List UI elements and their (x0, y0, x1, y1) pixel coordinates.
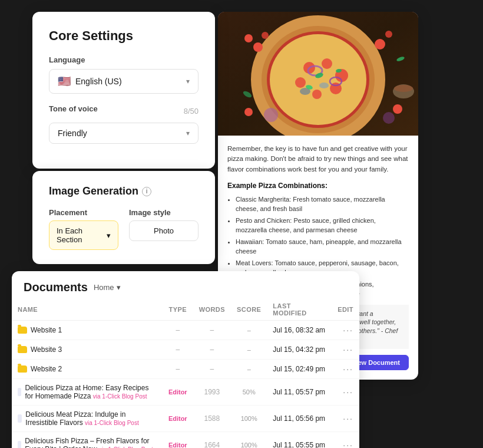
editor-badge: Editor (168, 388, 187, 396)
language-label: Language (49, 55, 199, 64)
doc-words-cell: 1664 (193, 432, 231, 449)
doc-words-cell: – (193, 360, 231, 379)
svg-point-21 (244, 34, 253, 42)
doc-name-text: Delicious Pizza at Home: Easy Recipes fo… (25, 384, 157, 400)
doc-last-modified-cell: Jul 11, 05:56 pm (267, 406, 332, 432)
doc-type-cell: – (163, 340, 193, 360)
core-settings-title: Core Settings (49, 28, 199, 44)
documents-title: Documents (24, 281, 88, 294)
col-type: TYPE (163, 299, 193, 321)
more-options-button[interactable]: ··· (343, 387, 353, 397)
doc-icon (18, 388, 21, 396)
image-style-value: Photo (129, 220, 199, 241)
doc-score-cell: 50% (231, 379, 267, 406)
table-row[interactable]: Delicious Pizza at Home: Easy Recipes fo… (12, 379, 359, 406)
doc-name-text: Delicious Fish Pizza – Fresh Flavors for… (25, 437, 157, 448)
folder-icon (18, 346, 27, 353)
placement-value: In Each Section (57, 226, 107, 244)
doc-words-cell: 1588 (193, 406, 231, 432)
documents-header: Documents Home ▾ (12, 271, 359, 294)
image-generation-card: Image Generation i Placement In Each Sec… (32, 171, 215, 264)
doc-name-cell: Website 2 (12, 360, 163, 379)
placement-field: Placement In Each Section ▾ (49, 208, 118, 250)
placement-select[interactable]: In Each Section ▾ (49, 220, 118, 250)
doc-type-cell: Editor (163, 379, 193, 406)
doc-name-cell: Website 3 (12, 340, 163, 360)
svg-point-19 (253, 42, 263, 52)
doc-score-cell: 100% (231, 406, 267, 432)
doc-words-cell: 1993 (193, 379, 231, 406)
file-name: Website 3 (31, 345, 62, 354)
doc-words-cell: – (193, 340, 231, 360)
doc-last-modified-cell: Jul 11, 05:57 pm (267, 379, 332, 406)
col-words: WORDS (193, 299, 231, 321)
doc-icon (18, 414, 22, 423)
editor-badge: Editor (168, 442, 187, 448)
placement-label: Placement (49, 208, 118, 217)
col-name: NAME (12, 299, 163, 321)
editor-badge: Editor (168, 415, 187, 422)
doc-last-modified-cell: Jul 15, 02:49 pm (267, 360, 332, 379)
tone-count: 8/50 (184, 107, 199, 116)
doc-score-cell: – (231, 340, 267, 360)
doc-type-cell: Editor (163, 406, 193, 432)
list-item: Hawaiian: Tomato sauce, ham, pineapple, … (236, 237, 409, 256)
svg-point-9 (295, 77, 306, 88)
placement-chevron: ▾ (107, 231, 111, 240)
more-options-button[interactable]: ··· (343, 364, 353, 374)
via-link[interactable]: via 1-Click Blog Post (85, 420, 139, 426)
folder-icon (18, 365, 27, 373)
svg-point-15 (319, 83, 329, 88)
doc-edit-cell[interactable]: ··· (332, 321, 359, 340)
breadcrumb-chevron: ▾ (117, 283, 121, 292)
doc-type-cell: – (163, 360, 193, 379)
pizza-examples-title: Example Pizza Combinations: (227, 180, 409, 191)
doc-type-cell: Editor (163, 432, 193, 449)
doc-edit-cell[interactable]: ··· (332, 340, 359, 360)
more-options-button[interactable]: ··· (343, 345, 353, 354)
table-row[interactable]: Website 1–––Jul 16, 08:32 am··· (12, 321, 359, 340)
svg-point-26 (264, 108, 278, 122)
tone-chevron: ▾ (186, 129, 190, 137)
table-row[interactable]: Website 2–––Jul 15, 02:49 pm··· (12, 360, 359, 379)
tone-label: Tone of voice (49, 104, 98, 113)
table-row[interactable]: Website 3–––Jul 15, 04:32 pm··· (12, 340, 359, 360)
language-value: English (US) (75, 77, 122, 86)
documents-breadcrumb[interactable]: Home ▾ (94, 283, 121, 292)
file-name: Website 1 (31, 326, 62, 334)
doc-edit-cell[interactable]: ··· (332, 379, 359, 406)
svg-point-25 (244, 108, 253, 116)
table-row[interactable]: Delicious Fish Pizza – Fresh Flavors for… (12, 432, 359, 449)
doc-name-cell: Delicious Fish Pizza – Fresh Flavors for… (12, 432, 163, 449)
doc-edit-cell[interactable]: ··· (332, 432, 359, 449)
doc-edit-cell[interactable]: ··· (332, 360, 359, 379)
language-select[interactable]: 🇺🇸 English (US) ▾ (49, 69, 199, 94)
more-options-button[interactable]: ··· (343, 414, 353, 423)
svg-point-27 (383, 112, 395, 124)
more-options-button[interactable]: ··· (343, 440, 353, 448)
table-header-row: NAME TYPE WORDS SCORE LAST MODIFIED EDIT (12, 299, 359, 321)
table-row[interactable]: Delicious Meat Pizza: Indulge in Irresis… (12, 406, 359, 432)
image-gen-title: Image Generation i (49, 185, 199, 197)
via-link[interactable]: via 1-Click Blog Post (93, 393, 147, 400)
svg-point-5 (270, 34, 366, 125)
doc-name-cell: Delicious Pizza at Home: Easy Recipes fo… (12, 379, 163, 406)
doc-edit-cell[interactable]: ··· (332, 406, 359, 432)
tone-value: Friendly (58, 129, 87, 138)
tone-select[interactable]: Friendly ▾ (49, 123, 199, 144)
svg-point-20 (262, 32, 269, 39)
doc-name-cell: Website 1 (12, 321, 163, 340)
info-icon[interactable]: i (142, 187, 151, 196)
core-settings-card: Core Settings Language 🇺🇸 English (US) ▾… (32, 12, 215, 169)
breadcrumb-text: Home (94, 283, 114, 292)
doc-last-modified-cell: Jul 11, 05:55 pm (267, 432, 332, 449)
doc-type-cell: – (163, 321, 193, 340)
pizza-intro: Remember, the key is to have fun and get… (227, 144, 409, 174)
doc-score-cell: – (231, 360, 267, 379)
col-last-modified: LAST MODIFIED (267, 299, 332, 321)
svg-point-11 (312, 90, 322, 99)
doc-score-cell: 100% (231, 432, 267, 449)
documents-card: Documents Home ▾ NAME TYPE WORDS SCORE L… (12, 271, 359, 448)
more-options-button[interactable]: ··· (343, 325, 353, 335)
doc-score-cell: – (231, 321, 267, 340)
